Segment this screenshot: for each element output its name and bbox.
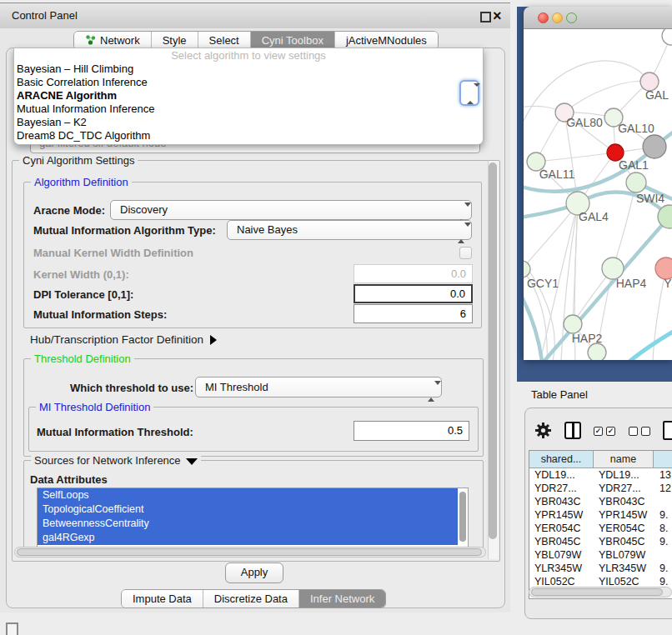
table-row[interactable]: YBR045CYBR045C9. xyxy=(529,535,672,548)
table-cell: YPR145W xyxy=(594,508,654,522)
table-hscrollbar-thumb[interactable] xyxy=(531,588,663,596)
network-edge[interactable] xyxy=(564,81,649,112)
which-threshold-label: Which threshold to use: xyxy=(70,382,193,394)
algorithm-option[interactable]: Bayesian – Hill Climbing xyxy=(14,62,483,76)
table-row[interactable]: YDL19...YDL19...13 xyxy=(529,468,672,482)
aracne-mode-combo[interactable]: Discovery xyxy=(110,200,472,220)
tab-select[interactable]: Select xyxy=(198,32,251,49)
document-icon[interactable] xyxy=(663,421,672,440)
close-icon[interactable]: × xyxy=(493,5,502,27)
tab-network[interactable]: Network xyxy=(74,32,152,49)
dpi-tolerance-field[interactable]: 0.0 xyxy=(354,284,473,303)
gear-icon[interactable] xyxy=(534,421,553,443)
table-cell: YBL079W xyxy=(529,548,594,562)
node-label: GAL10 xyxy=(618,122,654,135)
sources-legend[interactable]: Sources for Network Inference xyxy=(31,454,201,467)
settings-vscrollbar-thumb[interactable] xyxy=(489,162,497,539)
mi-threshold-field[interactable]: 0.5 xyxy=(354,421,469,441)
manual-kernel-checkbox[interactable] xyxy=(459,247,472,259)
apply-button[interactable]: Apply xyxy=(225,562,283,583)
network-edge[interactable] xyxy=(544,217,669,360)
network-canvas[interactable]: GALGAL80GAL10GAL1GAL11SWI4GAL4GCY1HAP4YH… xyxy=(524,29,672,360)
table-cell: YBR045C xyxy=(594,535,654,548)
network-window-titlebar[interactable] xyxy=(524,7,672,29)
attribute-item[interactable]: TopologicalCoefficient xyxy=(38,502,458,517)
mi-type-combo[interactable]: Naive Bayes xyxy=(227,220,472,240)
network-node[interactable] xyxy=(662,29,672,45)
dpi-tolerance-label: DPI Tolerance [0,1]: xyxy=(33,288,133,301)
zoom-traffic-light[interactable] xyxy=(566,12,577,23)
table-cell: 12 xyxy=(654,482,672,495)
expand-right-icon xyxy=(210,335,217,345)
algorithm-option[interactable]: Basic Correlation Inference xyxy=(14,76,483,89)
collapsed-panel-icon[interactable] xyxy=(6,622,18,635)
settings-hscrollbar[interactable] xyxy=(14,547,486,558)
table-row[interactable]: YDR27...YDR27...12 xyxy=(529,482,672,495)
table-cell: 9. xyxy=(654,535,672,548)
kernel-width-label: Kernel Width (0,1): xyxy=(33,268,129,281)
checked-box-icon[interactable]: ✓ xyxy=(594,427,603,436)
algorithm-combo-stepper[interactable] xyxy=(459,80,479,106)
attribute-item[interactable]: gal4RGexp xyxy=(38,531,458,545)
algorithm-option-selected[interactable]: ARACNE Algorithm xyxy=(14,89,483,102)
unchecked-box-icon[interactable] xyxy=(641,427,650,436)
network-node[interactable] xyxy=(564,315,582,333)
bottom-tabbar: Impute Data Discretize Data Infer Networ… xyxy=(121,589,386,608)
table-row[interactable]: YBR043CYBR043C xyxy=(529,495,672,508)
network-window[interactable]: GALGAL80GAL10GAL1GAL11SWI4GAL4GCY1HAP4YH… xyxy=(524,7,672,360)
tab-style[interactable]: Style xyxy=(152,32,198,49)
algorithm-option[interactable]: Bayesian – K2 xyxy=(14,116,483,129)
network-edge[interactable] xyxy=(536,152,615,162)
table-row[interactable]: YER054CYER054C8. xyxy=(529,522,672,535)
kernel-width-field[interactable]: 0.0 xyxy=(354,264,473,283)
stepper-icon xyxy=(458,204,464,216)
network-node[interactable] xyxy=(588,343,606,360)
network-node[interactable] xyxy=(626,172,646,192)
table-hscrollbar[interactable] xyxy=(529,587,672,598)
column-header-name[interactable]: name xyxy=(594,451,654,468)
unchecked-box-icon[interactable] xyxy=(629,427,638,436)
column-header-shared[interactable]: shared... xyxy=(529,451,594,468)
dropdown-hint: Select algorithm to view settings xyxy=(14,48,483,62)
table-row[interactable]: YLR345WYLR345W9. xyxy=(529,562,672,575)
network-node[interactable] xyxy=(524,261,530,278)
data-attributes-list[interactable]: SelfLoopsTopologicalCoefficientBetweenne… xyxy=(37,488,469,548)
control-panel-title: Control Panel xyxy=(12,3,78,28)
minimize-traffic-light[interactable] xyxy=(552,12,563,23)
hub-definition-toggle[interactable]: Hub/Transcription Factor Definition xyxy=(30,333,217,346)
tab-impute-data[interactable]: Impute Data xyxy=(122,590,203,608)
table-cell: YBR043C xyxy=(529,495,594,508)
checked-box-icon[interactable]: ✓ xyxy=(606,427,615,436)
column-header-clipped[interactable] xyxy=(654,451,672,468)
float-window-icon[interactable] xyxy=(480,12,491,22)
table-cell xyxy=(654,495,672,508)
mi-threshold-legend: MI Threshold Definition xyxy=(36,401,153,413)
mi-steps-field[interactable]: 6 xyxy=(354,304,473,323)
table-row[interactable]: YPR145WYPR145W9. xyxy=(529,508,672,522)
table-cell: YBR043C xyxy=(594,495,654,508)
columns-icon[interactable] xyxy=(564,422,581,439)
list-scrollbar-thumb[interactable] xyxy=(459,492,466,542)
tab-cyni-toolbox[interactable]: Cyni Toolbox xyxy=(251,32,335,49)
network-edge[interactable] xyxy=(630,329,672,360)
node-label: SWI4 xyxy=(636,192,664,205)
close-traffic-light[interactable] xyxy=(538,12,549,23)
algorithm-option[interactable]: Mutual Information Inference xyxy=(14,102,483,116)
mi-threshold-label: Mutual Information Threshold: xyxy=(37,426,193,438)
which-threshold-combo[interactable]: MI Threshold xyxy=(195,377,442,398)
stepper-icon xyxy=(428,382,434,393)
network-node[interactable] xyxy=(643,135,666,158)
mi-type-label: Mutual Information Algorithm Type: xyxy=(33,224,216,237)
settings-hscrollbar-thumb[interactable] xyxy=(17,548,482,556)
algorithm-option[interactable]: Dream8 DC_TDC Algorithm xyxy=(14,129,483,142)
tab-discretize-data[interactable]: Discretize Data xyxy=(203,590,299,608)
attribute-item[interactable]: SelfLoops xyxy=(38,488,458,502)
table-row[interactable]: YBL079WYBL079W xyxy=(529,548,672,562)
tab-jactivemnodules[interactable]: jActiveMNodules xyxy=(335,32,438,49)
tab-infer-network[interactable]: Infer Network xyxy=(299,590,385,608)
table-cell: 13 xyxy=(654,468,672,482)
table-cell: YER054C xyxy=(594,522,654,535)
table-cell: 9. xyxy=(654,562,672,575)
attribute-item[interactable]: BetweennessCentrality xyxy=(38,517,458,531)
table-cell: YDR27... xyxy=(594,482,654,495)
